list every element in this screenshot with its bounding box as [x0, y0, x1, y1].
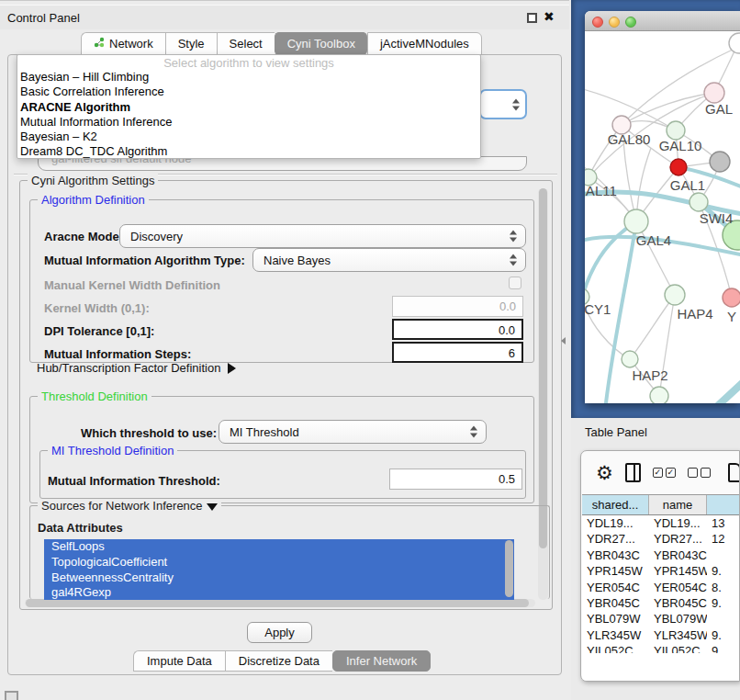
gear-icon[interactable]: ⚙ [596, 463, 613, 482]
mi-threshold-field[interactable]: 0.5 [389, 469, 522, 490]
document-icon[interactable] [728, 463, 740, 482]
cyni-algorithm-settings-group: Cyni Algorithm Settings Algorithm Defini… [19, 180, 553, 610]
attribute-item[interactable]: TopologicalCoefficient [44, 555, 514, 570]
aracne-mode-value: Discovery [130, 230, 183, 243]
tab-infer-network[interactable]: Infer Network [332, 650, 431, 672]
bottom-tabs: Impute DataDiscretize DataInfer Network [133, 650, 431, 672]
dropdown-item[interactable]: Mutual Information Inference [17, 115, 480, 130]
restore-panel-icon[interactable] [5, 691, 18, 700]
control-panel: Control Panel ✖ NetworkStyleSelectCyni T… [0, 0, 569, 700]
which-threshold-combobox[interactable]: MI Threshold [219, 420, 487, 444]
combo-stepper-icon [512, 98, 520, 110]
tab-cyni-toolbox[interactable]: Cyni Toolbox [275, 32, 367, 55]
mi-type-value: Naive Bayes [263, 254, 331, 267]
aracne-mode-combobox[interactable]: Discovery [119, 224, 526, 248]
expander-arrow-icon [228, 363, 236, 374]
close-icon[interactable]: ✖ [544, 9, 555, 24]
manual-kernel-checkbox[interactable] [509, 277, 521, 289]
threshold-definition-title: Threshold Definition [38, 390, 151, 403]
which-threshold-value: MI Threshold [230, 425, 299, 439]
table-row[interactable]: YDR27...YDR27...12 [582, 531, 740, 547]
table-row[interactable]: YPR145WYPR145W9. [582, 563, 740, 579]
network-view-window[interactable]: GALGAL80GAL10GAL1GAL11SWI4GAL4GCY1HAP4YH… [585, 11, 740, 403]
node[interactable] [710, 152, 730, 172]
dropdown-item[interactable]: Basic Correlation Inference [17, 85, 480, 99]
network-canvas[interactable]: GALGAL80GAL10GAL1GAL11SWI4GAL4GCY1HAP4YH… [585, 32, 740, 403]
tab-label: Select [230, 37, 263, 51]
table-cell: YIL052C [649, 643, 707, 653]
scrollbar-thumb[interactable] [26, 599, 529, 607]
network-window-titlebar[interactable] [585, 11, 740, 31]
divider-collapse-icon[interactable] [561, 337, 566, 344]
minimize-traffic-icon[interactable] [609, 17, 620, 28]
node-label-gal11: GAL11 [585, 183, 617, 198]
select-all-checkboxes-icon[interactable]: ✓✓ [653, 468, 676, 478]
columns-icon[interactable] [625, 463, 641, 482]
tab-style[interactable]: Style [165, 32, 217, 55]
table-row[interactable]: YIL052CYIL052C9. [582, 643, 740, 653]
zoom-traffic-icon[interactable] [625, 17, 636, 28]
table-row[interactable]: YLR345WYLR345W9. [582, 627, 740, 643]
mi-type-combobox[interactable]: Naive Bayes [252, 248, 526, 272]
column-header-name[interactable]: name [649, 495, 707, 514]
mi-steps-field[interactable]: 6 [392, 342, 523, 363]
algorithm-definition-group: Algorithm Definition Aracne Mode: Discov… [29, 199, 534, 363]
scrollbar-thumb[interactable] [539, 188, 547, 548]
settings-horizontal-scrollbar[interactable] [25, 599, 535, 607]
attribute-item[interactable]: BetweennessCentrality [44, 570, 514, 586]
attribute-item[interactable]: SelfLoops [44, 539, 514, 555]
column-header-extra[interactable] [707, 495, 740, 514]
table-row[interactable]: YBR045CYBR045C9. [582, 595, 740, 611]
float-window-icon[interactable] [527, 13, 537, 23]
node-gal[interactable] [704, 83, 724, 103]
app-root: { "control_panel": { "title": "Control P… [0, 0, 740, 700]
node-gal4[interactable] [624, 209, 648, 233]
node-y[interactable] [723, 288, 740, 307]
network-icon [94, 37, 105, 51]
mi-threshold-definition-title: MI Threshold Definition [48, 444, 177, 457]
table-cell [707, 611, 740, 627]
data-attributes-list[interactable]: SelfLoopsTopologicalCoefficientBetweenne… [44, 539, 514, 600]
hub-definition-expander[interactable]: Hub/Transcription Factor Definition [37, 361, 236, 375]
inference-algorithm-combobox-edge[interactable] [479, 89, 527, 119]
column-header-shared...[interactable]: shared... [582, 495, 649, 514]
node[interactable] [650, 387, 668, 403]
table-toolbar: ⚙ ✓✓ [581, 451, 740, 493]
tab-impute-data[interactable]: Impute Data [133, 650, 225, 672]
node-hap4[interactable] [665, 285, 685, 305]
deselect-all-checkboxes-icon[interactable] [688, 468, 711, 478]
dropdown-item[interactable]: ARACNE Algorithm [17, 100, 480, 115]
tab-discretize-data[interactable]: Discretize Data [225, 650, 332, 672]
node-label-gal10: GAL10 [659, 138, 702, 153]
table-cell: YBR045C [582, 595, 649, 611]
tab-jactivemnodules[interactable]: jActiveMNodules [367, 32, 482, 55]
network-graph: GALGAL80GAL10GAL1GAL11SWI4GAL4GCY1HAP4YH… [585, 32, 740, 403]
dropdown-item[interactable]: Bayesian – Hill Climbing [17, 70, 480, 85]
table-row[interactable]: YER054CYER054C8. [582, 580, 740, 595]
table-row[interactable]: YBL079WYBL079W [582, 611, 740, 627]
close-traffic-icon[interactable] [592, 17, 603, 28]
kernel-width-field[interactable]: 0.0 [392, 296, 523, 317]
table-row[interactable]: YBR043CYBR043C [582, 548, 740, 563]
dropdown-item[interactable]: Bayesian – K2 [17, 130, 480, 144]
table-row[interactable]: YDL19...YDL19...13 [582, 515, 740, 531]
table-cell: YBL079W [649, 611, 707, 627]
mi-threshold-label: Mutual Information Threshold: [48, 474, 220, 488]
dropdown-item[interactable]: Dream8 DC_TDC Algorithm [17, 144, 480, 159]
tab-select[interactable]: Select [217, 32, 275, 55]
mi-type-label: Mutual Information Algorithm Type: [44, 254, 245, 267]
combo-stepper-icon [510, 254, 517, 266]
sources-group-title[interactable]: Sources for Network Inference [38, 499, 221, 513]
apply-button[interactable]: Apply [247, 622, 312, 643]
list-scrollbar[interactable] [505, 540, 513, 597]
combo-stepper-icon [510, 231, 517, 243]
node-gal1[interactable] [670, 159, 687, 175]
table-cell: YDR27... [649, 531, 707, 547]
node-table: shared...name YDL19...YDL19...13YDR27...… [582, 494, 740, 682]
dpi-tolerance-field[interactable]: 0.0 [392, 319, 523, 340]
node-swi4[interactable] [690, 193, 708, 211]
node-hap2[interactable] [622, 351, 638, 367]
tab-network[interactable]: Network [81, 32, 165, 55]
attribute-item[interactable]: gal4RGexp [44, 585, 514, 600]
node-gal10[interactable] [667, 121, 685, 140]
